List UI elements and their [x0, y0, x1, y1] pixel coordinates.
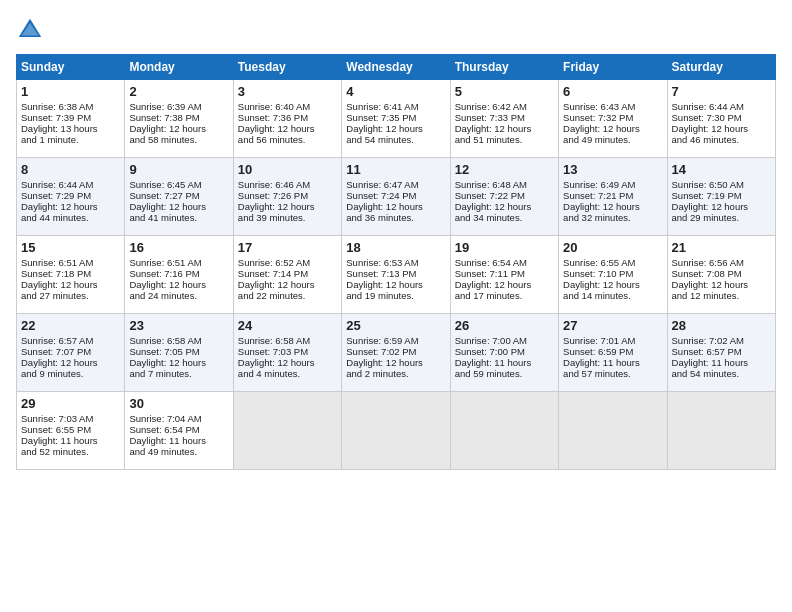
day-info-line: Sunrise: 6:45 AM: [129, 179, 228, 190]
day-info-line: Daylight: 11 hours: [672, 357, 771, 368]
day-info-line: Daylight: 11 hours: [129, 435, 228, 446]
day-info-line: and 41 minutes.: [129, 212, 228, 223]
day-info-line: Sunset: 7:08 PM: [672, 268, 771, 279]
calendar-cell: 2Sunrise: 6:39 AMSunset: 7:38 PMDaylight…: [125, 80, 233, 158]
calendar-week-row: 1Sunrise: 6:38 AMSunset: 7:39 PMDaylight…: [17, 80, 776, 158]
day-info-line: and 57 minutes.: [563, 368, 662, 379]
day-info-line: Daylight: 12 hours: [346, 123, 445, 134]
day-info-line: and 39 minutes.: [238, 212, 337, 223]
day-info-line: Sunset: 6:59 PM: [563, 346, 662, 357]
day-info-line: Sunset: 7:13 PM: [346, 268, 445, 279]
day-info-line: Sunset: 7:36 PM: [238, 112, 337, 123]
day-info-line: Sunset: 6:54 PM: [129, 424, 228, 435]
calendar-cell: 30Sunrise: 7:04 AMSunset: 6:54 PMDayligh…: [125, 392, 233, 470]
day-info-line: Sunrise: 6:39 AM: [129, 101, 228, 112]
day-info-line: Sunrise: 6:47 AM: [346, 179, 445, 190]
calendar-cell: 21Sunrise: 6:56 AMSunset: 7:08 PMDayligh…: [667, 236, 775, 314]
calendar-cell: 23Sunrise: 6:58 AMSunset: 7:05 PMDayligh…: [125, 314, 233, 392]
day-info-line: and 52 minutes.: [21, 446, 120, 457]
day-info-line: Sunrise: 6:51 AM: [21, 257, 120, 268]
day-info-line: Sunrise: 6:40 AM: [238, 101, 337, 112]
calendar-cell: 9Sunrise: 6:45 AMSunset: 7:27 PMDaylight…: [125, 158, 233, 236]
day-info-line: Sunrise: 6:38 AM: [21, 101, 120, 112]
day-info-line: Sunset: 7:33 PM: [455, 112, 554, 123]
day-info-line: Sunset: 6:55 PM: [21, 424, 120, 435]
day-info-line: and 36 minutes.: [346, 212, 445, 223]
calendar-cell: 11Sunrise: 6:47 AMSunset: 7:24 PMDayligh…: [342, 158, 450, 236]
calendar-cell: 20Sunrise: 6:55 AMSunset: 7:10 PMDayligh…: [559, 236, 667, 314]
calendar-cell: 25Sunrise: 6:59 AMSunset: 7:02 PMDayligh…: [342, 314, 450, 392]
day-info-line: Daylight: 11 hours: [563, 357, 662, 368]
day-info-line: Sunset: 7:30 PM: [672, 112, 771, 123]
day-info-line: and 9 minutes.: [21, 368, 120, 379]
day-number: 28: [672, 318, 771, 333]
day-info-line: Daylight: 12 hours: [455, 279, 554, 290]
calendar-cell: 15Sunrise: 6:51 AMSunset: 7:18 PMDayligh…: [17, 236, 125, 314]
day-info-line: and 19 minutes.: [346, 290, 445, 301]
day-info-line: Daylight: 12 hours: [238, 201, 337, 212]
day-info-line: Daylight: 11 hours: [21, 435, 120, 446]
day-info-line: Sunrise: 6:48 AM: [455, 179, 554, 190]
day-number: 16: [129, 240, 228, 255]
day-number: 14: [672, 162, 771, 177]
day-info-line: Sunset: 7:29 PM: [21, 190, 120, 201]
calendar-week-row: 22Sunrise: 6:57 AMSunset: 7:07 PMDayligh…: [17, 314, 776, 392]
page-header: [16, 16, 776, 44]
calendar-cell: 18Sunrise: 6:53 AMSunset: 7:13 PMDayligh…: [342, 236, 450, 314]
day-info-line: Daylight: 12 hours: [238, 357, 337, 368]
day-info-line: Sunrise: 6:58 AM: [129, 335, 228, 346]
calendar-cell: 17Sunrise: 6:52 AMSunset: 7:14 PMDayligh…: [233, 236, 341, 314]
day-info-line: Sunrise: 6:51 AM: [129, 257, 228, 268]
calendar-cell: 26Sunrise: 7:00 AMSunset: 7:00 PMDayligh…: [450, 314, 558, 392]
day-number: 20: [563, 240, 662, 255]
day-info-line: and 58 minutes.: [129, 134, 228, 145]
day-info-line: Daylight: 12 hours: [563, 201, 662, 212]
day-header-wednesday: Wednesday: [342, 55, 450, 80]
day-number: 9: [129, 162, 228, 177]
day-info-line: Sunrise: 7:04 AM: [129, 413, 228, 424]
page-container: SundayMondayTuesdayWednesdayThursdayFrid…: [0, 0, 792, 478]
day-number: 17: [238, 240, 337, 255]
calendar-cell: [342, 392, 450, 470]
day-info-line: Daylight: 12 hours: [129, 279, 228, 290]
calendar-cell: [233, 392, 341, 470]
day-number: 13: [563, 162, 662, 177]
day-info-line: Sunrise: 7:00 AM: [455, 335, 554, 346]
day-info-line: Sunrise: 6:44 AM: [672, 101, 771, 112]
calendar-cell: 27Sunrise: 7:01 AMSunset: 6:59 PMDayligh…: [559, 314, 667, 392]
day-info-line: and 14 minutes.: [563, 290, 662, 301]
calendar-cell: [667, 392, 775, 470]
day-info-line: Daylight: 12 hours: [21, 279, 120, 290]
day-info-line: Sunset: 7:00 PM: [455, 346, 554, 357]
day-info-line: Sunrise: 6:59 AM: [346, 335, 445, 346]
day-info-line: Sunset: 7:19 PM: [672, 190, 771, 201]
day-info-line: Sunrise: 7:01 AM: [563, 335, 662, 346]
day-number: 8: [21, 162, 120, 177]
day-info-line: Sunrise: 6:50 AM: [672, 179, 771, 190]
day-info-line: and 59 minutes.: [455, 368, 554, 379]
day-info-line: Sunset: 7:16 PM: [129, 268, 228, 279]
day-info-line: and 2 minutes.: [346, 368, 445, 379]
day-info-line: and 49 minutes.: [563, 134, 662, 145]
calendar-cell: 16Sunrise: 6:51 AMSunset: 7:16 PMDayligh…: [125, 236, 233, 314]
day-info-line: and 44 minutes.: [21, 212, 120, 223]
day-info-line: and 24 minutes.: [129, 290, 228, 301]
day-info-line: and 54 minutes.: [346, 134, 445, 145]
calendar-cell: 10Sunrise: 6:46 AMSunset: 7:26 PMDayligh…: [233, 158, 341, 236]
day-info-line: Sunrise: 6:53 AM: [346, 257, 445, 268]
day-info-line: Daylight: 12 hours: [129, 357, 228, 368]
calendar-cell: 7Sunrise: 6:44 AMSunset: 7:30 PMDaylight…: [667, 80, 775, 158]
day-info-line: Sunset: 7:21 PM: [563, 190, 662, 201]
day-info-line: Sunset: 7:03 PM: [238, 346, 337, 357]
day-info-line: Sunset: 7:14 PM: [238, 268, 337, 279]
day-info-line: Sunrise: 6:49 AM: [563, 179, 662, 190]
calendar-header-row: SundayMondayTuesdayWednesdayThursdayFrid…: [17, 55, 776, 80]
day-info-line: Sunset: 7:05 PM: [129, 346, 228, 357]
day-info-line: Sunset: 7:10 PM: [563, 268, 662, 279]
day-header-sunday: Sunday: [17, 55, 125, 80]
day-info-line: and 46 minutes.: [672, 134, 771, 145]
calendar-week-row: 8Sunrise: 6:44 AMSunset: 7:29 PMDaylight…: [17, 158, 776, 236]
calendar-cell: 4Sunrise: 6:41 AMSunset: 7:35 PMDaylight…: [342, 80, 450, 158]
logo-icon: [16, 16, 44, 44]
day-number: 7: [672, 84, 771, 99]
